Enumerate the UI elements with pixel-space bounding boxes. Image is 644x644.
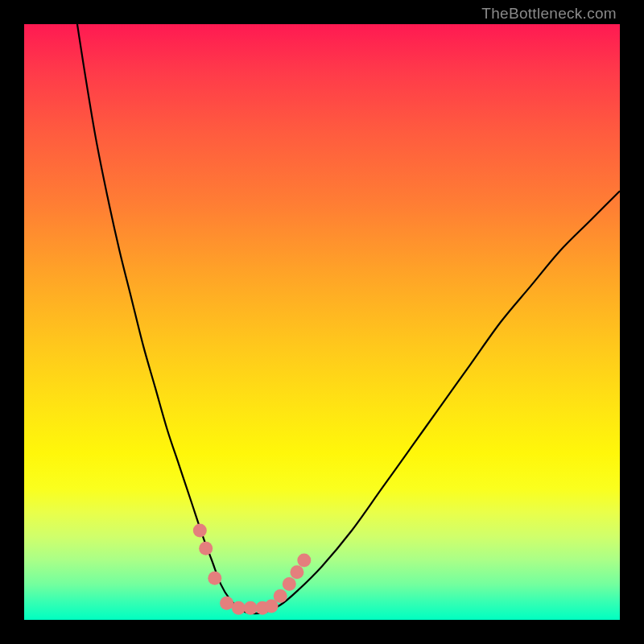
plot-area	[24, 24, 620, 620]
curve-marker	[297, 554, 311, 568]
curve-marker	[244, 601, 258, 615]
chart-frame: TheBottleneck.com	[0, 0, 644, 644]
curve-marker	[193, 524, 207, 538]
watermark-text: TheBottleneck.com	[481, 5, 617, 23]
bottleneck-curve	[72, 24, 620, 613]
curve-layer	[24, 24, 620, 620]
curve-marker	[199, 542, 213, 555]
marker-group	[193, 524, 311, 615]
curve-marker	[290, 565, 303, 579]
curve-marker	[283, 577, 296, 591]
curve-marker	[208, 572, 221, 585]
curve-marker	[220, 597, 233, 610]
curve-marker	[232, 601, 246, 615]
curve-marker	[274, 589, 287, 603]
